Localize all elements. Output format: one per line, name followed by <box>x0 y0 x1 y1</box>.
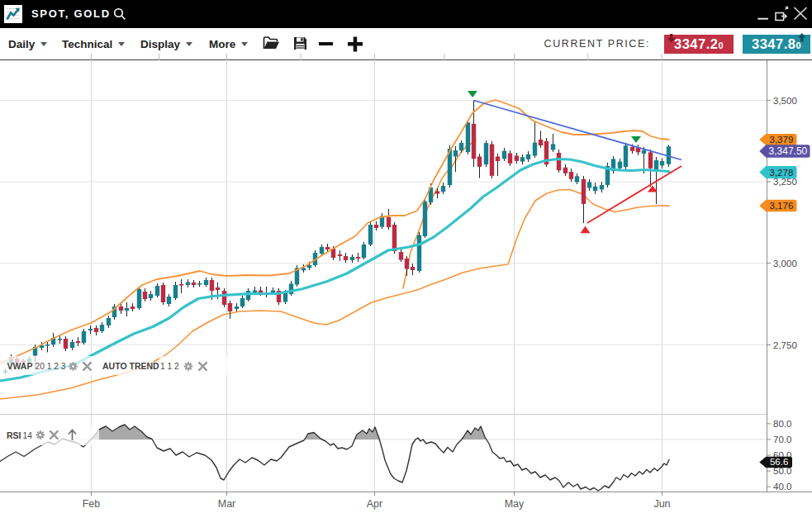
svg-text:80.0: 80.0 <box>773 419 791 429</box>
svg-text:3,347.50: 3,347.50 <box>769 145 808 157</box>
svg-text:3,500: 3,500 <box>773 96 797 106</box>
svg-text:AUTO TREND: AUTO TREND <box>102 361 159 371</box>
svg-text:70.0: 70.0 <box>773 435 791 444</box>
svg-text:20 1 2 3: 20 1 2 3 <box>36 362 66 371</box>
svg-text:3,379: 3,379 <box>770 135 794 145</box>
svg-text:RSI: RSI <box>7 430 21 440</box>
svg-text:Jun: Jun <box>653 498 670 510</box>
svg-text:3,278: 3,278 <box>770 168 794 178</box>
svg-text:3,176: 3,176 <box>770 201 794 211</box>
svg-text:14: 14 <box>23 431 33 440</box>
svg-text:3,000: 3,000 <box>773 259 797 268</box>
svg-text:Feb: Feb <box>83 498 101 510</box>
svg-text:56.6: 56.6 <box>770 457 788 467</box>
svg-text:Mar: Mar <box>218 498 236 510</box>
svg-text:1 1 2: 1 1 2 <box>160 362 179 371</box>
svg-text:VWAP: VWAP <box>7 361 33 371</box>
svg-text:40.0: 40.0 <box>773 482 791 492</box>
svg-text:May: May <box>505 498 525 510</box>
svg-text:2,750: 2,750 <box>773 340 797 350</box>
svg-text:Apr: Apr <box>367 498 382 510</box>
